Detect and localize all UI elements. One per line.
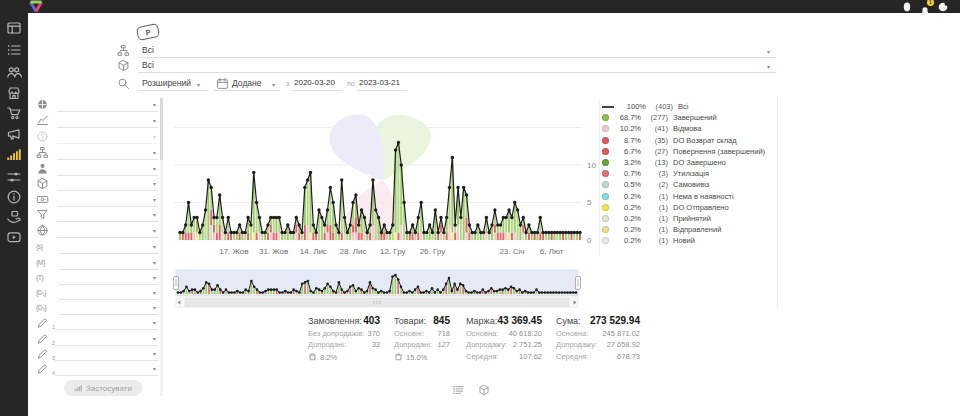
promo-tag-icon[interactable]: Р xyxy=(136,23,160,41)
legend-item[interactable]: 10.2%(41)Відмова xyxy=(602,123,778,134)
chevron-down-icon[interactable]: ▾ xyxy=(767,48,770,56)
date-from-input[interactable]: 2020-03-20 xyxy=(294,78,335,87)
filter-select[interactable]: ▾ xyxy=(55,333,158,346)
svg-text:0: 0 xyxy=(587,236,592,245)
calendar-icon[interactable] xyxy=(216,77,229,90)
legend-percent: 0.2% xyxy=(612,214,641,223)
divider xyxy=(599,100,600,256)
filter-select[interactable]: ▾ xyxy=(57,225,158,238)
filter-select[interactable]: ▾ xyxy=(57,131,158,144)
filter-select[interactable]: ▾ xyxy=(57,194,158,207)
banknote-icon xyxy=(36,193,50,207)
stat-sub-label: Основні: xyxy=(394,329,424,338)
stats-column: Замовлення:403Без допродажів:370Допродан… xyxy=(308,315,380,363)
app-root: 1 ▾▾▾▾▾▾▾▾▾{s}▾{M}▾{T}▾{D₁}▾{D₂}▾1▾2▾3▾4… xyxy=(0,0,960,416)
legend-item[interactable]: 6.7%(27)Повернення (завершений) xyxy=(602,146,778,157)
stat-label: Замовлення: xyxy=(308,316,362,326)
braces-D₂-icon: {D₂} xyxy=(36,301,52,315)
sidebar-item-info-icon[interactable] xyxy=(6,189,22,205)
legend-item[interactable]: 68.7%(277)Завершений xyxy=(602,112,778,123)
filter-select[interactable]: ▾ xyxy=(55,317,158,330)
sidebar-item-dashboard-icon[interactable] xyxy=(6,20,22,36)
profile-icon[interactable] xyxy=(902,2,912,12)
legend-count: (13) xyxy=(641,158,668,167)
product-view-toggle-icon[interactable] xyxy=(478,384,490,396)
filter-panel-scrollbar[interactable] xyxy=(160,98,163,396)
filter-select[interactable]: ▾ xyxy=(59,241,158,254)
sidebar-item-video-icon[interactable] xyxy=(6,229,22,245)
filter-select[interactable]: ▾ xyxy=(57,163,158,176)
range-handle-left[interactable] xyxy=(174,277,179,290)
legend-item[interactable]: 0.2%(1)Новий xyxy=(602,235,778,246)
search-icon[interactable] xyxy=(117,77,130,90)
legend-item[interactable]: 0.2%(1)Прийнятий xyxy=(602,213,778,224)
pencil-icon xyxy=(36,316,50,330)
legend-swatch-icon xyxy=(602,170,609,177)
chevron-down-icon[interactable]: ▾ xyxy=(272,81,275,89)
list-view-toggle-icon[interactable] xyxy=(452,384,464,396)
filter-row-D₂: {D₂}▾ xyxy=(36,301,158,315)
legend-item[interactable]: 0.2%(1)Нема в наявності xyxy=(602,191,778,202)
legend-item[interactable]: 0.5%(2)Самовивіз xyxy=(602,179,778,190)
sidebar-item-store-icon[interactable] xyxy=(6,85,22,101)
avatar[interactable] xyxy=(938,2,948,12)
stat-sub-value: 678.73 xyxy=(617,352,640,361)
filter-select[interactable]: ▾ xyxy=(59,272,158,285)
status-filter-value[interactable]: Всі xyxy=(142,45,154,55)
sidebar-item-megaphone-icon[interactable] xyxy=(6,126,22,142)
legend-item[interactable]: 3.2%(13)DO Завершено xyxy=(602,157,778,168)
legend-swatch-icon xyxy=(602,106,614,108)
chevron-down-icon: ▾ xyxy=(153,196,156,204)
legend-item[interactable]: 8.7%(35)DO Возврат склад xyxy=(602,135,778,146)
sidebar-item-orders-icon[interactable] xyxy=(6,42,22,58)
filter-select[interactable]: ▾ xyxy=(55,348,158,361)
svg-text:14. Лис: 14. Лис xyxy=(300,247,327,256)
chevron-down-icon: ▾ xyxy=(153,274,156,282)
legend-label: DO Завершено xyxy=(673,158,726,167)
trend-icon xyxy=(36,114,50,128)
search-mode-select[interactable]: Розширений xyxy=(142,78,191,88)
chevron-down-icon[interactable]: ▾ xyxy=(767,63,770,71)
product-filter-value[interactable]: Всі xyxy=(142,60,154,70)
legend-item[interactable]: 0.2%(1)Відправлений xyxy=(602,224,778,235)
globedark-icon xyxy=(36,98,50,112)
filter-select[interactable]: ▾ xyxy=(59,257,158,270)
sidebar-item-handbox-icon[interactable] xyxy=(6,209,22,225)
legend-item[interactable]: 100%(403)Всі xyxy=(602,101,778,112)
chart-range-navigator[interactable] xyxy=(170,269,618,311)
legend-swatch-icon xyxy=(602,226,609,233)
range-handle-right[interactable] xyxy=(576,277,581,290)
legend-percent: 6.7% xyxy=(612,147,641,156)
date-to-input[interactable]: 2023-03-21 xyxy=(359,78,400,87)
legend-label: Всі xyxy=(678,102,688,111)
stat-sub-label: Допродажу: xyxy=(556,340,597,349)
legend-item[interactable]: 0.2%(1)DO Отправлено xyxy=(602,202,778,213)
braces-D₁-icon: {D₁} xyxy=(36,286,52,300)
filter-select[interactable]: ▾ xyxy=(57,147,158,160)
filter-select[interactable]: ▾ xyxy=(57,209,158,222)
top-header: 1 xyxy=(0,0,960,13)
sidebar-item-analytics-icon[interactable] xyxy=(6,147,22,163)
sidebar-item-users-icon[interactable] xyxy=(6,64,22,80)
filter-select[interactable]: ▾ xyxy=(57,99,158,112)
notifications-bell-icon[interactable]: 1 xyxy=(920,2,930,12)
legend-percent: 3.2% xyxy=(612,158,641,167)
filter-select[interactable]: ▾ xyxy=(59,287,158,300)
legend-swatch-icon xyxy=(602,204,609,211)
stat-sub-label: Основна: xyxy=(466,329,498,338)
legend-item[interactable]: 0.7%(3)Утилізація xyxy=(602,168,778,179)
svg-text:12. Гру: 12. Гру xyxy=(380,247,406,256)
svg-text:5: 5 xyxy=(587,198,592,207)
app-logo-icon[interactable] xyxy=(27,0,45,13)
stat-sub-value: 718 xyxy=(437,329,450,338)
apply-filters-button[interactable]: Застосувати xyxy=(64,380,142,396)
filter-select[interactable]: ▾ xyxy=(57,115,158,128)
filter-select[interactable]: ▾ xyxy=(55,363,158,376)
sidebar-item-sliders-icon[interactable] xyxy=(6,169,22,185)
date-field-select[interactable]: Додане xyxy=(232,78,262,88)
filter-select[interactable]: ▾ xyxy=(57,178,158,191)
chevron-down-icon[interactable]: ▾ xyxy=(197,81,200,89)
legend-swatch-icon xyxy=(602,159,609,166)
filter-select[interactable]: ▾ xyxy=(59,302,158,315)
sidebar-item-cart-icon[interactable] xyxy=(6,105,22,121)
